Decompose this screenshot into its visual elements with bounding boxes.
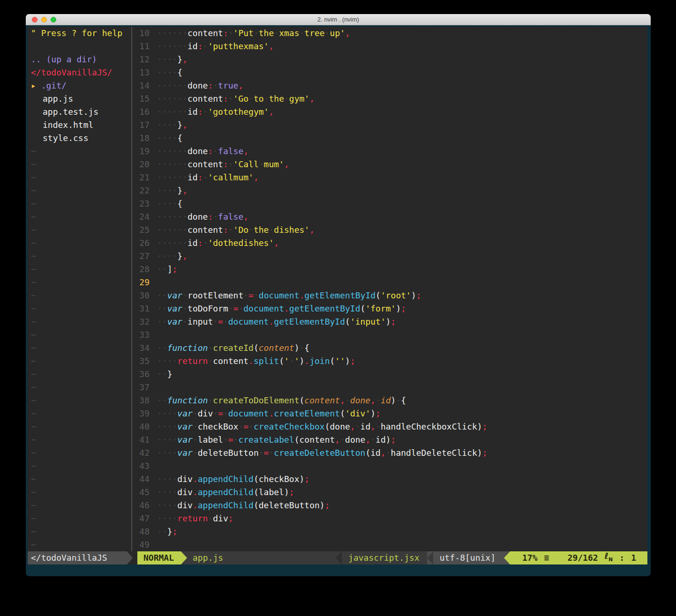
code-line[interactable]: 38··function·createToDoElement(content,·… [134, 394, 647, 407]
line-number: 39 [134, 407, 150, 420]
code-line[interactable]: 25······content:·'Do·the·dishes', [134, 223, 647, 237]
code-line[interactable]: 18····{ [134, 132, 647, 145]
line-number: 48 [134, 525, 150, 538]
tree-item[interactable]: ▸ .git/ [30, 79, 130, 92]
empty-line-tilde: ~ [30, 446, 130, 460]
filename-segment: app.js [187, 551, 336, 564]
empty-line-tilde: ~ [30, 145, 130, 158]
window-titlebar[interactable]: 2. nvim . (nvim) [26, 14, 651, 25]
code-line[interactable]: 31··var·toDoForm·=·document.getElementBy… [134, 302, 647, 315]
code-buffer[interactable]: 10······content:·'Put·the·xmas·tree·up',… [134, 27, 647, 551]
cursor-position: 29/162 [568, 551, 598, 564]
code-line-text: ····div.appendChild(checkBox); [157, 474, 309, 484]
line-number: 49 [134, 538, 150, 551]
empty-line-tilde: ~ [30, 486, 130, 499]
code-line[interactable]: 12····}, [134, 53, 647, 66]
tree-item[interactable]: style.css [30, 132, 130, 145]
code-line-text: ······content:·'Go·to·the·gym', [157, 94, 315, 104]
tree-item[interactable]: .. (up a dir) [30, 53, 130, 66]
code-line-text: ··}; [157, 527, 177, 536]
code-line[interactable]: 17····}, [134, 119, 647, 132]
code-line[interactable]: 30··var·rootElement·=·document.getElemen… [134, 289, 647, 302]
code-line[interactable]: 13····{ [134, 66, 647, 79]
zoom-button[interactable] [51, 17, 56, 22]
tree-item-label: .git/ [41, 81, 67, 90]
code-line-text: ··var·input·=·document.getElementById('i… [157, 317, 396, 327]
code-line[interactable]: 15······content:·'Go·to·the·gym', [134, 92, 647, 105]
tree-item[interactable]: </todoVanillaJS/ [30, 66, 130, 79]
code-line[interactable]: 20······content:·'Call·mum', [134, 158, 647, 171]
code-line[interactable]: 29 [134, 276, 647, 289]
code-line-text: ····return·content.split('·').join(''); [157, 356, 355, 366]
line-number: 37 [134, 381, 150, 394]
line-number-icon: ℓN [605, 549, 613, 566]
code-line[interactable]: 33 [134, 328, 647, 341]
empty-line-tilde: ~ [30, 302, 130, 315]
empty-line-tilde: ~ [30, 315, 130, 328]
code-line-text: ··var·rootElement·=·document.getElementB… [157, 290, 421, 300]
tree-blank-row [30, 40, 130, 53]
line-number: 35 [134, 355, 150, 368]
empty-line-tilde: ~ [30, 394, 130, 407]
code-line[interactable]: 34··function·createId(content)·{ [134, 341, 647, 355]
code-line[interactable]: 10······content:·'Put·the·xmas·tree·up', [134, 27, 647, 40]
code-line[interactable]: 26······id:·'dothedishes', [134, 237, 647, 250]
code-line[interactable]: 35····return·content.split('·').join('')… [134, 355, 647, 368]
tree-item-label: " Press ? for help [31, 28, 122, 38]
code-line[interactable]: 14······done:·true, [134, 79, 647, 92]
code-line[interactable]: 37 [134, 381, 647, 394]
tree-item[interactable]: index.html [30, 119, 130, 132]
code-line[interactable]: 41····var·label·=·createLabel(content,·d… [134, 433, 647, 446]
minimize-button[interactable] [41, 17, 47, 22]
code-line[interactable]: 19······done:·false, [134, 145, 647, 158]
tree-item[interactable]: app.js [30, 92, 130, 105]
empty-line-tilde: ~ [30, 184, 130, 197]
tree-item-label: app.test.js [43, 107, 98, 117]
code-line[interactable]: 21······id:·'callmum', [134, 171, 647, 184]
empty-line-tilde: ~ [30, 276, 130, 289]
line-number: 10 [134, 27, 150, 40]
code-line[interactable]: 23····{ [134, 197, 647, 210]
code-line[interactable]: 36··} [134, 368, 647, 381]
code-line[interactable]: 16······id:·'gotothegym', [134, 105, 647, 119]
close-button[interactable] [32, 17, 38, 22]
code-line[interactable]: 32··var·input·=·document.getElementById(… [134, 315, 647, 328]
tree-item[interactable]: " Press ? for help [30, 27, 130, 40]
tree-expand-arrow-icon[interactable]: ▸ [31, 81, 41, 90]
code-line[interactable]: 44····div.appendChild(checkBox); [134, 473, 647, 486]
code-line[interactable]: 43 [134, 460, 647, 473]
code-line-text: ··]; [157, 264, 177, 274]
code-line[interactable]: 46····div.appendChild(deleteButton); [134, 499, 647, 512]
code-line[interactable]: 24······done:·false, [134, 210, 647, 223]
code-line[interactable]: 22····}, [134, 184, 647, 197]
scroll-percent: 17% [522, 551, 538, 564]
empty-line-tilde: ~ [30, 407, 130, 420]
code-line[interactable]: 48··}; [134, 525, 647, 538]
line-number: 38 [134, 394, 150, 407]
code-line[interactable]: 45····div.appendChild(label); [134, 486, 647, 499]
code-line[interactable]: 28··]; [134, 263, 647, 276]
code-line-text: ····}, [157, 54, 188, 64]
line-number: 30 [134, 289, 150, 302]
tree-item-label: style.css [43, 133, 89, 143]
code-line[interactable]: 11······id:·'putthexmas', [134, 40, 647, 53]
lines-icon: ≡ [544, 551, 549, 564]
nerdtree-panel[interactable]: " Press ? for help.. (up a dir)</todoVan… [28, 27, 130, 551]
code-line[interactable]: 27····}, [134, 250, 647, 263]
code-line[interactable]: 47····return·div; [134, 512, 647, 525]
statusline-gap [133, 551, 137, 564]
code-line-text: ····return·div; [157, 513, 233, 523]
empty-line-tilde: ~ [30, 250, 130, 263]
code-line[interactable]: 40····var·checkBox·=·createCheckbox(done… [134, 420, 647, 433]
tree-item-label: app.js [43, 94, 73, 104]
line-number: 15 [134, 92, 150, 105]
tree-item[interactable]: app.test.js [30, 105, 130, 119]
code-line[interactable]: 42····var·deleteButton·=·createDeleteBut… [134, 446, 647, 460]
filetype-segment: javascript.jsx [342, 551, 427, 564]
code-line[interactable]: 39····var·div·=·document.createElement('… [134, 407, 647, 420]
nvim-ui: " Press ? for help.. (up a dir)</todoVan… [28, 27, 647, 564]
empty-line-tilde: ~ [30, 473, 130, 486]
encoding-segment: utf-8[unix] [433, 551, 504, 564]
code-line-text: ····var·deleteButton·=·createDeleteButto… [157, 448, 488, 458]
window-split-separator[interactable] [130, 27, 134, 551]
